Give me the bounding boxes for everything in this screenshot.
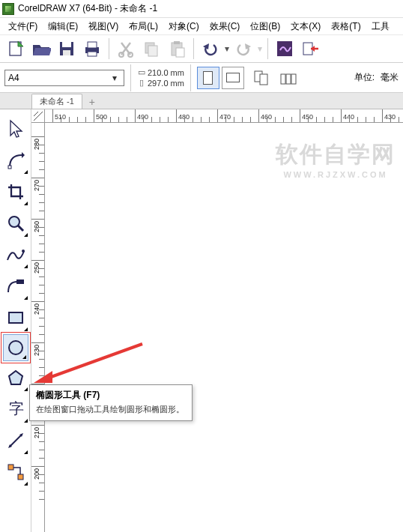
cut-button[interactable]	[113, 36, 139, 61]
flyout-icon	[24, 387, 28, 391]
crop-tool[interactable]	[2, 177, 29, 207]
copy-button[interactable]	[139, 36, 164, 61]
flyout-icon	[24, 482, 28, 486]
ruler-origin[interactable]	[31, 109, 45, 123]
artistic-media-tool[interactable]	[2, 271, 29, 301]
redo-dropdown[interactable]: ▾	[256, 43, 264, 54]
add-tab-button[interactable]: +	[84, 95, 100, 109]
width-icon: ▭	[137, 67, 146, 77]
svg-rect-38	[18, 474, 23, 480]
menu-file[interactable]: 文件(F)	[3, 19, 43, 34]
ellipse-tool[interactable]	[3, 334, 28, 361]
svg-rect-23	[286, 74, 291, 84]
svg-rect-30	[9, 312, 22, 323]
zoom-tool[interactable]	[2, 208, 29, 238]
svg-rect-26	[8, 166, 11, 169]
menu-text[interactable]: 文本(X)	[285, 19, 326, 34]
shape-tool[interactable]	[2, 145, 29, 175]
menu-tools[interactable]: 工具	[366, 19, 395, 34]
flyout-icon	[24, 450, 28, 454]
current-page-button[interactable]	[276, 65, 301, 91]
redo-button[interactable]	[231, 36, 256, 61]
menu-view[interactable]: 视图(V)	[83, 19, 124, 34]
svg-rect-11	[148, 46, 157, 56]
svg-rect-37	[8, 465, 13, 470]
print-button[interactable]	[79, 36, 105, 61]
svg-rect-3	[62, 42, 71, 47]
save-button[interactable]	[54, 36, 79, 61]
landscape-button[interactable]	[222, 67, 244, 89]
menu-object[interactable]: 对象(C)	[163, 19, 204, 34]
svg-rect-13	[174, 41, 180, 44]
menu-table[interactable]: 表格(T)	[326, 19, 366, 34]
tooltip-title: 椭圆形工具 (F7)	[36, 389, 186, 402]
paper-size-value: A4	[8, 73, 19, 83]
flyout-icon	[24, 419, 28, 423]
standard-toolbar: ▾ ▾	[0, 34, 403, 63]
watermark: 软件自学网 WWW.RJZXW.COM	[276, 139, 396, 179]
pick-tool[interactable]	[2, 114, 29, 144]
polygon-tool[interactable]	[2, 363, 29, 393]
flyout-icon	[24, 202, 28, 205]
page-dimensions: ▭210.0 mm ▯297.0 mm	[130, 64, 191, 91]
flyout-icon	[24, 296, 28, 300]
chevron-down-icon: ▾	[109, 73, 121, 83]
svg-rect-4	[63, 50, 70, 55]
app-icon	[2, 3, 14, 15]
connector-tool[interactable]	[2, 457, 29, 487]
import-button[interactable]	[297, 36, 323, 61]
flyout-icon	[24, 233, 28, 237]
svg-marker-32	[9, 371, 22, 384]
canvas-area[interactable]: 510500490480470460450440430 280270260250…	[31, 109, 403, 532]
document-tab-label: 未命名 -1	[40, 96, 74, 107]
toolbar-separator	[267, 38, 268, 59]
svg-text:字: 字	[9, 400, 24, 417]
dimension-tool[interactable]	[2, 426, 29, 456]
svg-line-34	[10, 435, 22, 447]
search-content-button[interactable]	[272, 36, 297, 61]
document-tab[interactable]: 未命名 -1	[31, 94, 82, 109]
menubar: 文件(F) 编辑(E) 视图(V) 布局(L) 对象(C) 效果(C) 位图(B…	[0, 18, 403, 34]
paper-size-combo[interactable]: A4 ▾	[4, 70, 124, 86]
height-icon: ▯	[137, 78, 146, 88]
svg-rect-24	[291, 74, 296, 84]
units-value[interactable]: 毫米	[381, 71, 399, 84]
menu-effect[interactable]: 效果(C)	[204, 19, 246, 34]
all-pages-button[interactable]	[250, 65, 276, 91]
menu-edit[interactable]: 编辑(E)	[43, 19, 83, 34]
toolbox: 字	[0, 109, 31, 532]
page-width[interactable]: 210.0 mm	[148, 68, 184, 77]
svg-rect-6	[88, 42, 97, 48]
svg-point-27	[9, 217, 19, 227]
toolbar-separator	[109, 38, 109, 59]
portrait-button[interactable]	[197, 67, 219, 89]
undo-dropdown[interactable]: ▾	[223, 43, 231, 54]
new-button[interactable]	[3, 36, 28, 61]
menu-layout[interactable]: 布局(L)	[124, 19, 163, 34]
svg-rect-22	[281, 74, 285, 84]
horizontal-ruler[interactable]: 510500490480470460450440430	[45, 109, 403, 123]
paste-button[interactable]	[164, 36, 190, 61]
svg-rect-14	[176, 48, 184, 57]
text-tool[interactable]: 字	[2, 394, 29, 424]
svg-marker-25	[22, 152, 25, 158]
orientation-group	[197, 67, 244, 89]
drawing-page[interactable]: 软件自学网 WWW.RJZXW.COM	[45, 123, 403, 532]
vertical-ruler[interactable]: 280270260250240230220210200	[31, 123, 45, 532]
app-title: CorelDRAW X7 (64-Bit) - 未命名 -1	[18, 2, 157, 15]
menu-bitmap[interactable]: 位图(B)	[245, 19, 285, 34]
open-button[interactable]	[28, 36, 54, 61]
rectangle-tool[interactable]	[2, 303, 29, 333]
svg-line-40	[34, 112, 38, 116]
svg-line-28	[18, 226, 23, 231]
toolbar-separator	[193, 38, 194, 59]
page-layout-buttons	[250, 65, 301, 91]
page-height[interactable]: 297.0 mm	[148, 79, 184, 88]
undo-button[interactable]	[198, 36, 223, 61]
freehand-tool[interactable]	[2, 240, 29, 270]
svg-rect-7	[88, 52, 97, 56]
tooltip-description: 在绘图窗口拖动工具绘制圆形和椭圆形。	[36, 404, 186, 415]
units-label: 单位:	[354, 71, 375, 84]
svg-point-29	[22, 250, 25, 253]
flyout-icon	[24, 327, 28, 331]
